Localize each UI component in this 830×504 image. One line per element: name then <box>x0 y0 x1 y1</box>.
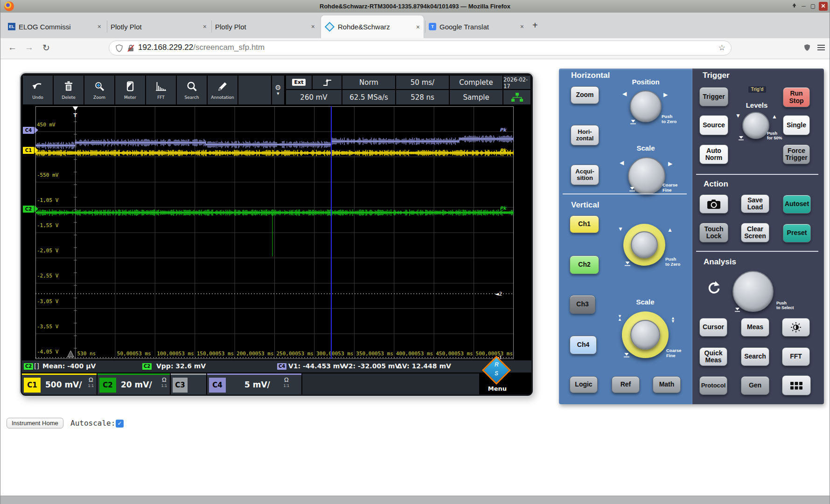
ch3-button[interactable]: Ch3 <box>570 295 595 314</box>
trigger-source-cell[interactable]: Ext <box>286 76 312 89</box>
reload-icon[interactable]: ↻ <box>42 42 50 53</box>
meas-button[interactable]: Meas <box>741 318 769 337</box>
fft-tool-button[interactable]: FFT <box>146 76 176 104</box>
horizontal-button[interactable]: Hori- zontal <box>571 125 599 145</box>
zoom-tool-button[interactable]: Zoom <box>84 76 114 104</box>
hamburger-menu-icon[interactable] <box>817 44 825 53</box>
tab-plotly-plot[interactable]: Plotly Plot× <box>107 15 210 38</box>
tab-close-icon[interactable]: × <box>416 23 420 31</box>
url-field[interactable]: 192.168.229.22/screencam_sfp.htm ☆ <box>109 41 732 55</box>
v-scale-knob[interactable] <box>630 320 660 350</box>
trigger-button[interactable]: Trigger <box>699 87 728 106</box>
v-position-knob[interactable] <box>631 231 658 258</box>
acquisition-state-cell[interactable]: Complete <box>450 76 502 89</box>
logic-button[interactable]: Logic <box>570 376 598 393</box>
menu-button[interactable]: RS Menu <box>481 359 514 394</box>
acquisition-button[interactable]: Acqui- sition <box>571 165 599 185</box>
run-stop-button[interactable]: Run Stop <box>783 87 810 107</box>
navigation-knob[interactable] <box>732 271 774 312</box>
trigger-mode-cell[interactable]: Norm <box>342 76 395 89</box>
insecure-lock-icon[interactable] <box>127 44 135 54</box>
c1-scale: 500 mV/ <box>45 380 82 389</box>
channel-c2-cell[interactable]: C2 20 mV/ Ω1:1 <box>98 373 170 394</box>
channel-c4-cell[interactable]: C4 5 mV/ Ω1:1 <box>207 373 301 394</box>
undo-tool-button[interactable]: Undo <box>23 76 53 104</box>
touch-lock-button[interactable]: Touch Lock <box>699 223 728 242</box>
ch1-button[interactable]: Ch1 <box>570 215 599 233</box>
h-scale-right-arrow-icon: ▶ <box>668 161 672 166</box>
single-button[interactable]: Single <box>783 115 810 135</box>
auto-norm-button[interactable]: Auto Norm <box>699 145 728 164</box>
delete-tool-button[interactable]: Delete <box>54 76 84 104</box>
undo-icon <box>32 81 44 94</box>
gen-button[interactable]: Gen <box>741 376 769 395</box>
channel-marker-c1[interactable]: C1 <box>23 147 34 154</box>
tab-google-translat[interactable]: TGoogle Translat× <box>425 15 528 38</box>
ch2-button[interactable]: Ch2 <box>570 255 599 274</box>
minimize-button[interactable]: ─ <box>799 2 808 11</box>
protocol-button[interactable]: Protocol <box>699 376 727 395</box>
instrument-home-button[interactable]: Instrument Home <box>7 418 63 428</box>
cursor-button[interactable]: Cursor <box>699 318 727 337</box>
tab-close-icon[interactable]: × <box>311 23 315 30</box>
tool-label: Undo <box>32 95 43 100</box>
url-text[interactable]: 192.168.229.22/screencam_sfp.htm <box>138 43 265 52</box>
screenshot-camera-button[interactable] <box>699 194 728 214</box>
ch4-button[interactable]: Ch4 <box>570 336 597 354</box>
save-load-button[interactable]: Save Load <box>741 194 769 213</box>
tab-close-icon[interactable]: × <box>520 23 524 30</box>
trigger-slope-cell[interactable] <box>313 76 342 89</box>
bookmark-star-icon[interactable]: ☆ <box>718 43 725 53</box>
protections-shield-icon[interactable] <box>804 44 810 53</box>
search-button[interactable]: Search <box>741 347 769 366</box>
h-position-label: Position <box>627 78 664 86</box>
window-pin-icon[interactable] <box>790 2 799 11</box>
tab-plotly-plot[interactable]: Plotly Plot× <box>211 15 319 38</box>
ref-button[interactable]: Ref <box>612 376 640 393</box>
waveform-display[interactable]: 450 mV-550 mV-1,05 V-1,55 V-2,05 V-2,55 … <box>35 106 514 359</box>
tab-close-icon[interactable]: × <box>203 23 207 30</box>
new-tab-button[interactable]: + <box>532 19 538 31</box>
close-button[interactable]: ✕ <box>819 2 828 11</box>
acquisition-mode-cell[interactable]: Sample <box>450 90 502 104</box>
search-tool-button[interactable]: Search <box>177 76 207 104</box>
tab-elog-commissi[interactable]: ELELOG Commissi× <box>4 15 105 38</box>
h-position-knob[interactable] <box>630 90 662 122</box>
intensity-button[interactable] <box>782 318 810 337</box>
meter-tool-button[interactable]: Meter <box>115 76 145 104</box>
timebase-cell[interactable]: 50 ms/ <box>396 76 449 89</box>
maximize-button[interactable]: ▢ <box>809 2 817 11</box>
back-icon[interactable]: ← <box>8 42 17 53</box>
autoscale-checkbox[interactable]: ✓ <box>116 420 124 428</box>
preset-button[interactable]: Preset <box>783 224 811 242</box>
levels-label: Levels <box>743 101 771 109</box>
settings-gear-icon[interactable]: ⚙▼ <box>272 76 284 104</box>
apps-grid-button[interactable] <box>782 375 811 395</box>
quick-meas-button[interactable]: Quick Meas <box>699 347 727 366</box>
fft-button[interactable]: FFT <box>782 347 810 366</box>
zoom-button[interactable]: Zoom <box>571 86 599 104</box>
channel-c3-cell[interactable]: C3 <box>171 373 206 394</box>
sample-rate-cell[interactable]: 62.5 MSa/s <box>342 90 395 104</box>
trigger-level-knob[interactable] <box>742 112 769 139</box>
forward-icon[interactable]: → <box>25 42 34 53</box>
svg-text:100,00053 ms: 100,00053 ms <box>157 351 194 357</box>
channel-marker-c2[interactable]: C2 <box>23 206 34 213</box>
channel-c1-cell[interactable]: C1 500 mV/ Ω1:1 <box>22 373 97 394</box>
source-button[interactable]: Source <box>699 115 728 135</box>
oscilloscope-screencam[interactable]: ⚙▼ Ext 260 mV Norm 62.5 MSa/s 50 ms/ 528… <box>21 73 533 396</box>
channel-bar: C1 500 mV/ Ω1:1 C2 20 mV/ Ω1:1 C3 C4 5 m… <box>22 373 531 394</box>
channel-marker-c4[interactable]: C4 <box>23 127 34 134</box>
math-button[interactable]: Math <box>653 376 681 393</box>
clear-screen-button[interactable]: Clear Screen <box>741 223 769 242</box>
trigger-level-cell[interactable]: 260 mV <box>286 90 342 104</box>
tab-label: Plotly Plot <box>111 23 200 31</box>
resolution-cell[interactable]: 528 ns <box>396 90 449 104</box>
tab-close-icon[interactable]: × <box>98 23 101 30</box>
force-trigger-button[interactable]: Force Trigger <box>783 145 810 164</box>
annotation-tool-button[interactable]: Annotation <box>208 76 237 104</box>
tab-rohde-schwarz[interactable]: Rohde&Schwarz× <box>321 15 424 38</box>
autoset-button[interactable]: Autoset <box>783 195 811 214</box>
permissions-shield-icon[interactable] <box>116 44 123 54</box>
svg-text:530 ns: 530 ns <box>77 351 96 357</box>
